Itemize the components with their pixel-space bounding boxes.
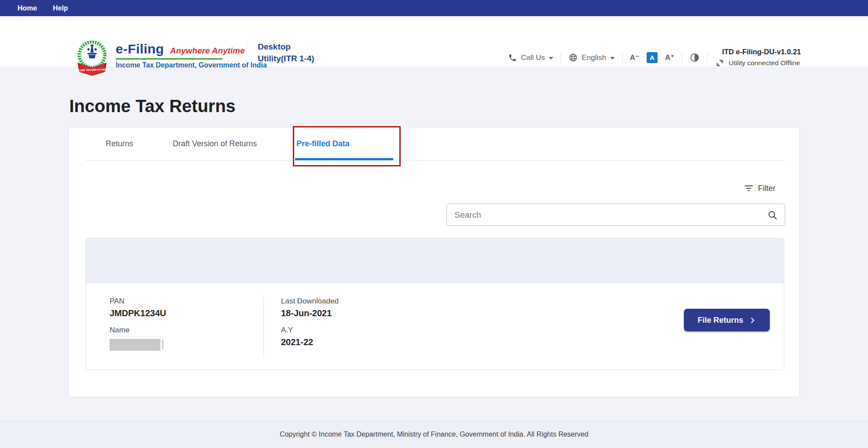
- tab-pre-filled-data[interactable]: Pre-filled Data: [277, 127, 369, 160]
- chevron-down-icon: [549, 57, 553, 60]
- page-footer: Copyright © Income Tax Department, Minis…: [0, 420, 868, 448]
- copyright-text: Copyright © Income Tax Department, Minis…: [280, 430, 588, 438]
- chevron-right-icon: [749, 317, 756, 324]
- returns-card: Returns Draft Version of Returns Pre-fil…: [68, 127, 800, 397]
- toolbar-separator: [707, 52, 708, 63]
- brand-tagline: Anywhere Anytime: [170, 46, 245, 56]
- nav-home[interactable]: Home: [18, 4, 37, 12]
- header-toolbar: Call Us English A⁻ A A⁺: [508, 32, 801, 83]
- phone-icon: [508, 53, 517, 62]
- income-tax-emblem-icon: INCOME TAX DEPARTMENT: [75, 38, 110, 80]
- app-title: Desktop Utility(ITR 1-4): [258, 41, 314, 64]
- font-increase-button[interactable]: A⁺: [665, 53, 674, 62]
- search-box: [446, 204, 785, 226]
- file-returns-button[interactable]: File Returns: [684, 309, 770, 332]
- app-title-line2: Utility(ITR 1-4): [258, 53, 314, 64]
- language-dropdown[interactable]: English: [569, 53, 615, 62]
- brand-block: e-Filing Anywhere Anytime: [116, 42, 245, 56]
- font-default-button[interactable]: A: [647, 52, 658, 63]
- font-decrease-button[interactable]: A⁻: [630, 53, 639, 62]
- language-label: English: [582, 53, 606, 62]
- name-value-redacted: [110, 339, 160, 351]
- contrast-toggle-icon[interactable]: [690, 53, 700, 63]
- pan-label: PAN: [110, 297, 125, 306]
- app-header: INCOME TAX DEPARTMENT e-Filing Anywhere …: [0, 16, 868, 67]
- version-block: ITD e-Filing-DU-v1.0.21 Utility connecte…: [715, 48, 801, 68]
- page-title: Income Tax Returns: [69, 96, 235, 116]
- prefilled-data-record: PAN JMDPK1234U Name Last Downloaded 18-J…: [85, 238, 784, 370]
- call-us-dropdown[interactable]: Call Us: [508, 53, 553, 62]
- tab-divider: [85, 160, 784, 161]
- connection-status: Utility connected Offline: [715, 58, 800, 68]
- tab-draft-version-of-returns[interactable]: Draft Version of Returns: [153, 127, 277, 160]
- brand-underline: [116, 58, 222, 60]
- nav-help[interactable]: Help: [53, 4, 68, 12]
- tab-bar: Returns Draft Version of Returns Pre-fil…: [86, 127, 369, 160]
- filter-icon: [744, 183, 754, 193]
- search-input[interactable]: [454, 210, 767, 220]
- app-version: ITD e-Filing-DU-v1.0.21: [722, 48, 801, 56]
- toolbar-separator: [622, 52, 623, 63]
- app-window: Home Help INCOME TAX DEPARTMENT e-Filing…: [0, 0, 868, 448]
- connection-offline-icon: [715, 58, 725, 68]
- record-column-divider: [263, 296, 264, 357]
- pan-value: JMDPK1234U: [110, 308, 166, 318]
- connection-status-label: Utility connected Offline: [729, 59, 800, 67]
- brand-name: e-Filing: [116, 42, 164, 56]
- last-downloaded-value: 18-Jun-2021: [281, 308, 332, 318]
- record-header-strip: [86, 238, 784, 283]
- text-cursor: [163, 340, 163, 349]
- globe-icon: [569, 53, 578, 62]
- brand-subtitle: Income Tax Department, Government of Ind…: [116, 61, 267, 69]
- search-icon[interactable]: [767, 210, 778, 220]
- filter-label: Filter: [758, 184, 776, 193]
- app-title-line1: Desktop: [258, 41, 314, 53]
- last-downloaded-label: Last Downloaded: [281, 297, 338, 306]
- header-divider: [246, 41, 247, 64]
- assessment-year-value: 2021-22: [281, 337, 313, 347]
- toolbar-separator: [682, 52, 682, 63]
- file-returns-label: File Returns: [697, 316, 743, 325]
- filter-button[interactable]: Filter: [744, 183, 776, 193]
- call-us-label: Call Us: [521, 53, 545, 62]
- assessment-year-label: A.Y: [281, 326, 293, 335]
- top-navbar: Home Help: [0, 0, 868, 16]
- toolbar-separator: [561, 52, 561, 63]
- name-label: Name: [110, 326, 129, 335]
- chevron-down-icon: [610, 57, 615, 60]
- tab-returns[interactable]: Returns: [86, 127, 153, 160]
